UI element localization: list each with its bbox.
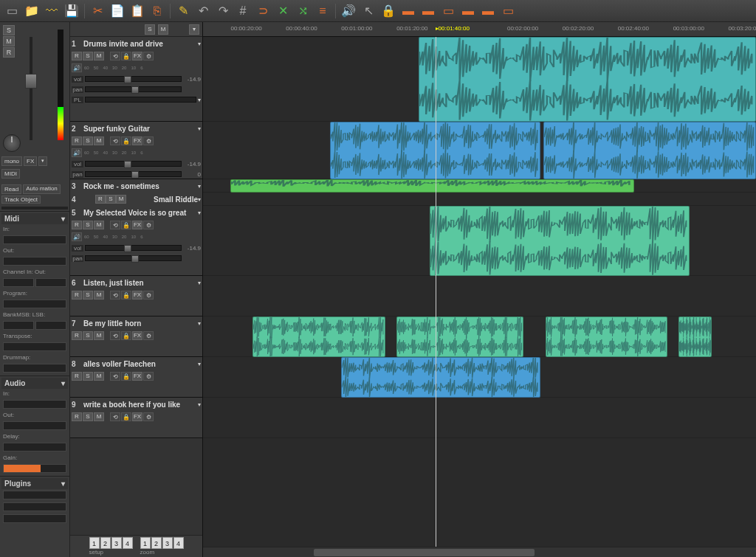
fx-button[interactable]: FX (132, 136, 142, 145)
mute-button[interactable]: M (116, 195, 126, 204)
fx-button[interactable]: FX (132, 412, 142, 421)
snap-icon[interactable]: ⊃ (254, 2, 272, 20)
speaker-icon[interactable]: 🔊 (72, 148, 82, 157)
solo-button[interactable]: S (3, 25, 15, 35)
loop-icon[interactable]: ⟲ (110, 372, 120, 381)
zoom-1[interactable]: 1 (140, 537, 151, 549)
solo-button[interactable]: S (83, 412, 93, 421)
audio-clip[interactable] (678, 316, 712, 357)
range4-icon[interactable]: ▬ (459, 2, 477, 20)
solo-button[interactable]: S (83, 52, 93, 60)
midi-button[interactable]: MIDI (1, 169, 20, 179)
plugin-slot[interactable] (3, 502, 66, 511)
track-name[interactable]: Rock me - sometimes (80, 182, 198, 190)
record-arm-button[interactable]: R (72, 136, 82, 145)
volume-slider[interactable] (85, 76, 182, 82)
bankmsb-field[interactable] (3, 321, 34, 330)
lock-icon[interactable]: 🔒 (121, 291, 131, 300)
fx-button[interactable]: FX (24, 156, 37, 166)
gain-slider[interactable] (3, 464, 66, 473)
master-mute-button[interactable]: M (158, 24, 168, 35)
wave-file-icon[interactable]: 〰 (43, 2, 61, 20)
record-arm-button[interactable]: R (95, 195, 106, 204)
channel-out-field[interactable] (35, 278, 66, 287)
midi-out-field[interactable] (3, 257, 66, 266)
align-icon[interactable]: ≡ (314, 2, 331, 20)
settings-icon[interactable]: ⚙ (143, 52, 154, 60)
midi-in-field[interactable] (3, 235, 66, 244)
mute-button[interactable]: M (3, 36, 15, 46)
volume-slider[interactable] (85, 161, 182, 167)
zoom-3[interactable]: 3 (162, 537, 173, 549)
mute-button[interactable]: M (94, 136, 104, 145)
range6-icon[interactable]: ▭ (499, 2, 517, 20)
timeline-row[interactable] (203, 398, 756, 438)
arrangement-view[interactable] (203, 37, 756, 547)
track-7[interactable]: 7 Be my little horn ▾ R S M ⟲ 🔒 FX ⚙ (70, 316, 202, 357)
record-button[interactable]: R (3, 47, 15, 58)
lock-icon[interactable]: 🔒 (121, 372, 131, 381)
mute-button[interactable]: M (94, 291, 104, 300)
settings-icon[interactable]: ⚙ (143, 331, 154, 340)
loop-icon[interactable]: ⟲ (110, 221, 120, 229)
track-9[interactable]: 9 write a book here if you like ▾ R S M … (70, 398, 202, 438)
undo-icon[interactable]: ↶ (194, 2, 212, 20)
record-arm-button[interactable]: R (72, 331, 82, 340)
fx-arrow[interactable]: ▾ (38, 156, 47, 166)
range3-icon[interactable]: ▭ (439, 2, 457, 20)
solo-button[interactable]: S (83, 372, 93, 381)
track-menu-icon[interactable]: ▾ (198, 210, 201, 216)
loop-icon[interactable]: ⟲ (110, 412, 120, 421)
loop-icon[interactable]: ⟲ (110, 291, 120, 300)
range1-icon[interactable]: ▬ (399, 2, 417, 20)
redo-icon[interactable]: ↷ (214, 2, 232, 20)
zoom-4[interactable]: 4 (173, 537, 184, 549)
paste-icon[interactable]: 📋 (128, 2, 146, 20)
cursor-icon[interactable]: ↖ (360, 2, 377, 20)
track-name[interactable]: My Selected Voice is so great (80, 209, 198, 217)
track-3[interactable]: 3 Rock me - sometimes ▾ (70, 179, 202, 193)
setup-4[interactable]: 4 (123, 537, 133, 549)
settings-icon[interactable]: ⚙ (143, 291, 154, 300)
track-menu-icon[interactable]: ▾ (198, 320, 201, 327)
track-menu-icon[interactable]: ▾ (198, 196, 201, 203)
audio-clip[interactable] (543, 122, 756, 179)
setup-2[interactable]: 2 (100, 537, 111, 549)
zoom-2[interactable]: 2 (151, 537, 162, 549)
mono-button[interactable]: mono (1, 156, 22, 166)
loop-icon[interactable]: ⟲ (110, 331, 120, 340)
mute-button[interactable]: M (94, 331, 104, 340)
scroll-thumb[interactable] (314, 549, 535, 556)
lock-icon[interactable]: 🔒 (379, 2, 397, 20)
fx-button[interactable]: FX (132, 372, 142, 381)
track-name[interactable]: write a book here if you like (80, 401, 198, 409)
transpose-field[interactable] (3, 342, 66, 351)
read-button[interactable]: Read (1, 184, 21, 194)
fx-button[interactable]: FX (132, 221, 142, 229)
fx-button[interactable]: FX (132, 52, 142, 60)
crossfade-icon[interactable]: ✕ (274, 2, 292, 20)
collapse-icon[interactable]: ▾ (61, 379, 65, 387)
drummap-field[interactable] (3, 364, 66, 373)
lock-icon[interactable]: 🔒 (121, 136, 131, 145)
setup-3[interactable]: 3 (111, 537, 122, 549)
pan-knob[interactable] (3, 134, 21, 152)
record-arm-button[interactable]: R (72, 412, 82, 421)
channel-in-field[interactable] (3, 278, 34, 287)
track-menu-icon[interactable]: ▾ (198, 280, 201, 286)
track-name[interactable]: Super funky Guitar (80, 125, 198, 133)
audio-clip[interactable] (430, 206, 690, 276)
settings-icon[interactable]: ⚙ (143, 136, 154, 145)
mute-button[interactable]: M (94, 52, 104, 60)
track-menu-icon[interactable]: ▾ (198, 125, 201, 132)
record-arm-button[interactable]: R (72, 291, 82, 300)
lock-icon[interactable]: 🔒 (121, 331, 131, 340)
lock-icon[interactable]: 🔒 (121, 52, 131, 60)
speaker-icon[interactable]: 🔊 (340, 2, 357, 20)
solo-button[interactable]: S (83, 136, 93, 145)
loop-icon[interactable]: ⟲ (110, 136, 120, 145)
lsb-field[interactable] (35, 321, 66, 330)
audio-clip[interactable] (252, 316, 385, 357)
track-menu-icon[interactable]: ▾ (198, 183, 201, 190)
master-menu-button[interactable]: ▾ (189, 24, 199, 35)
